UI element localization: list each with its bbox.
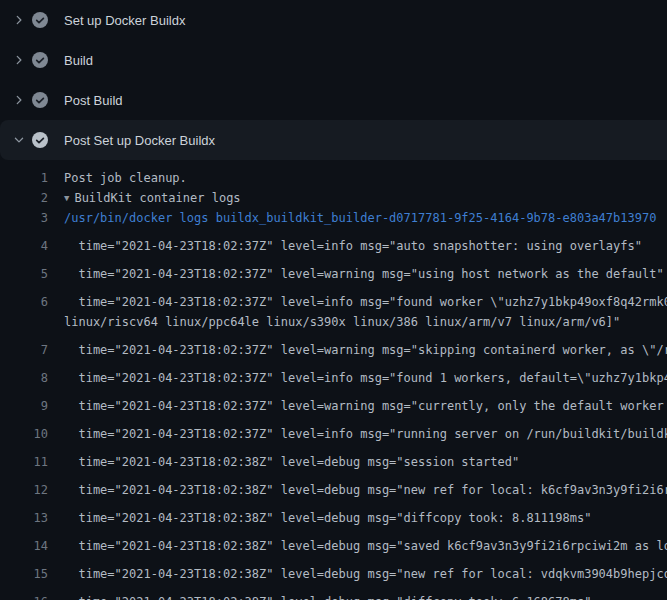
chevron-right-icon[interactable]	[12, 94, 26, 106]
step-label: Post Build	[64, 93, 123, 108]
log-line-text: time="2021-04-23T18:02:37Z" level=info m…	[64, 239, 642, 253]
step-row[interactable]: Post Set up Docker Buildx	[0, 120, 667, 160]
log-line-row: ▼BuildKit container logs	[64, 188, 241, 208]
check-circle-icon	[32, 52, 48, 68]
log-line-content: /usr/bin/docker logs buildx_buildkit_bui…	[64, 208, 656, 228]
log-line-content: time="2021-04-23T18:02:38Z" level=debug …	[64, 536, 667, 556]
log-line: 9 time="2021-04-23T18:02:37Z" level=warn…	[0, 388, 667, 416]
log-line-content: time="2021-04-23T18:02:37Z" level=info m…	[64, 236, 642, 256]
log-line-row: time="2021-04-23T18:02:37Z" level=info m…	[64, 236, 642, 256]
chevron-right-icon[interactable]	[12, 14, 26, 26]
log-line-content: time="2021-04-23T18:02:37Z" level=warnin…	[64, 340, 667, 360]
log-line-number[interactable]: 3	[0, 208, 48, 228]
log-line-content: time="2021-04-23T18:02:37Z" level=info m…	[64, 424, 667, 444]
log-line-text[interactable]: BuildKit container logs	[74, 191, 240, 205]
log-line-content: Post job cleanup.	[64, 168, 187, 188]
log-line-row: time="2021-04-23T18:02:38Z" level=debug …	[64, 536, 667, 556]
log-line-text: time="2021-04-23T18:02:38Z" level=debug …	[64, 483, 667, 497]
step-label: Post Set up Docker Buildx	[64, 133, 215, 148]
step-label: Build	[64, 53, 93, 68]
log-line-number[interactable]: 6	[0, 292, 48, 312]
log-line-number[interactable]: 14	[0, 536, 48, 556]
log-line: 1 Post job cleanup.	[0, 168, 667, 188]
log-line-text: Post job cleanup.	[64, 171, 187, 185]
step-label: Set up Docker Buildx	[64, 13, 185, 28]
log-line-row: time="2021-04-23T18:02:37Z" level=warnin…	[64, 340, 667, 360]
log-line-content: time="2021-04-23T18:02:37Z" level=warnin…	[64, 396, 667, 416]
log-line-number[interactable]: 10	[0, 424, 48, 444]
log-line-row: Post job cleanup.	[64, 168, 187, 188]
log-line-content: time="2021-04-23T18:02:38Z" level=debug …	[64, 564, 667, 584]
log-line-text: time="2021-04-23T18:02:37Z" level=info m…	[64, 427, 667, 441]
log-line: 15 time="2021-04-23T18:02:38Z" level=deb…	[0, 556, 667, 584]
log-line-row: time="2021-04-23T18:02:38Z" level=debug …	[64, 480, 667, 500]
log-line-content: time="2021-04-23T18:02:38Z" level=debug …	[64, 592, 591, 600]
log-line-row: time="2021-04-23T18:02:37Z" level=info m…	[64, 368, 667, 388]
log-line: 16 time="2021-04-23T18:02:38Z" level=deb…	[0, 584, 667, 600]
log-line-row: time="2021-04-23T18:02:38Z" level=debug …	[64, 592, 591, 600]
log-line-number[interactable]: 4	[0, 236, 48, 256]
log-line-content: time="2021-04-23T18:02:37Z" level=info m…	[64, 368, 667, 388]
chevron-right-icon[interactable]	[12, 54, 26, 66]
log-line-number[interactable]: 8	[0, 368, 48, 388]
log-line-number[interactable]: 15	[0, 564, 48, 584]
step-list: Set up Docker Buildx Build P	[0, 0, 667, 160]
log-line-number[interactable]: 2	[0, 188, 48, 208]
log-line-row: time="2021-04-23T18:02:37Z" level=info m…	[64, 424, 667, 444]
log-line-content: time="2021-04-23T18:02:38Z" level=debug …	[64, 508, 591, 528]
log-line-content: ▼BuildKit container logs	[64, 188, 241, 208]
log-line-content: time="2021-04-23T18:02:37Z" level=warnin…	[64, 264, 664, 284]
log-line-number[interactable]: 9	[0, 396, 48, 416]
group-expanded-triangle-icon[interactable]: ▼	[64, 188, 69, 208]
log-line-number[interactable]: 5	[0, 264, 48, 284]
log-line-number[interactable]: 1	[0, 168, 48, 188]
log-line-content: time="2021-04-23T18:02:38Z" level=debug …	[64, 480, 667, 500]
log-line-wrap-row: linux/riscv64 linux/ppc64le linux/s390x …	[64, 312, 667, 332]
check-circle-icon	[32, 132, 48, 148]
log-line-number[interactable]: 13	[0, 508, 48, 528]
log-line-text: time="2021-04-23T18:02:38Z" level=debug …	[64, 539, 667, 553]
log-line-row: time="2021-04-23T18:02:38Z" level=debug …	[64, 508, 591, 528]
log-line-text: time="2021-04-23T18:02:37Z" level=warnin…	[64, 343, 667, 357]
log-line: 12 time="2021-04-23T18:02:38Z" level=deb…	[0, 472, 667, 500]
log-line: 11 time="2021-04-23T18:02:38Z" level=deb…	[0, 444, 667, 472]
log-line: 6 time="2021-04-23T18:02:37Z" level=info…	[0, 284, 667, 332]
check-circle-icon	[32, 12, 48, 28]
log-line: 3 /usr/bin/docker logs buildx_buildkit_b…	[0, 208, 667, 228]
log-line-row: time="2021-04-23T18:02:38Z" level=debug …	[64, 452, 519, 472]
log-line-text: time="2021-04-23T18:02:38Z" level=debug …	[64, 511, 591, 525]
log-area: 1 Post job cleanup. 2 ▼BuildKit containe…	[0, 160, 667, 600]
log-line-row: time="2021-04-23T18:02:37Z" level=info m…	[64, 292, 667, 312]
log-line-number[interactable]: 16	[0, 592, 48, 600]
log-line: 4 time="2021-04-23T18:02:37Z" level=info…	[0, 228, 667, 256]
log-line-number[interactable]: 12	[0, 480, 48, 500]
log-line-text: time="2021-04-23T18:02:37Z" level=info m…	[64, 371, 667, 385]
log-line-text: time="2021-04-23T18:02:37Z" level=warnin…	[64, 399, 667, 413]
log-line: 7 time="2021-04-23T18:02:37Z" level=warn…	[0, 332, 667, 360]
log-line: 8 time="2021-04-23T18:02:37Z" level=info…	[0, 360, 667, 388]
log-line: 13 time="2021-04-23T18:02:38Z" level=deb…	[0, 500, 667, 528]
log-line-text: /usr/bin/docker logs buildx_buildkit_bui…	[64, 211, 656, 225]
log-line-number[interactable]: 11	[0, 452, 48, 472]
log-line: 2 ▼BuildKit container logs	[0, 188, 667, 208]
log-line-content: time="2021-04-23T18:02:37Z" level=info m…	[64, 292, 667, 332]
actions-log-viewer: Set up Docker Buildx Build P	[0, 0, 667, 600]
log-line-row: time="2021-04-23T18:02:37Z" level=warnin…	[64, 264, 664, 284]
log-line-text: time="2021-04-23T18:02:37Z" level=info m…	[64, 295, 667, 309]
chevron-down-icon[interactable]	[12, 134, 26, 146]
step-row[interactable]: Post Build	[0, 80, 667, 120]
log-line-text: time="2021-04-23T18:02:37Z" level=warnin…	[64, 267, 664, 281]
check-circle-icon	[32, 92, 48, 108]
log-line: 10 time="2021-04-23T18:02:37Z" level=inf…	[0, 416, 667, 444]
log-line-row: time="2021-04-23T18:02:37Z" level=warnin…	[64, 396, 667, 416]
log-line-text: time="2021-04-23T18:02:38Z" level=debug …	[64, 595, 591, 600]
log-line-content: time="2021-04-23T18:02:38Z" level=debug …	[64, 452, 519, 472]
log-line-text: time="2021-04-23T18:02:38Z" level=debug …	[64, 455, 519, 469]
log-line: 14 time="2021-04-23T18:02:38Z" level=deb…	[0, 528, 667, 556]
log-line-row: /usr/bin/docker logs buildx_buildkit_bui…	[64, 208, 656, 228]
log-line-text: time="2021-04-23T18:02:38Z" level=debug …	[64, 567, 667, 581]
log-line-number[interactable]: 7	[0, 340, 48, 360]
log-line-row: time="2021-04-23T18:02:38Z" level=debug …	[64, 564, 667, 584]
step-row[interactable]: Set up Docker Buildx	[0, 0, 667, 40]
step-row[interactable]: Build	[0, 40, 667, 80]
